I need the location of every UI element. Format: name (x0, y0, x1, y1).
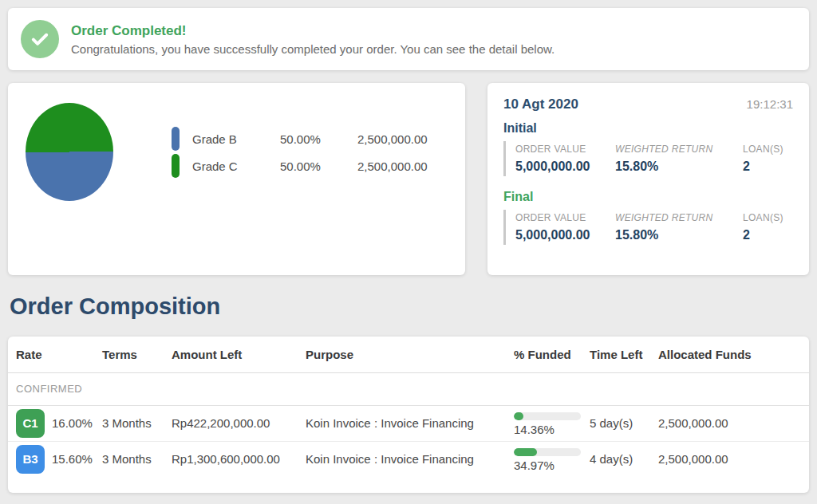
legend-row-grade-c: Grade C 50.00% 2,500,000.00 (172, 152, 428, 179)
col-header-funded: % Funded (514, 337, 590, 372)
confirmed-group-label: CONFIRMED (8, 372, 809, 405)
loans-value: 2 (743, 228, 793, 242)
summary-cards-row: Grade B 50.00% 2,500,000.00 Grade C 50.0… (8, 83, 809, 275)
table-row[interactable]: C1 16.00% 3 Months Rp422,200,000.00 Koin… (8, 405, 809, 441)
legend-amount: 2,500,000.00 (357, 159, 428, 173)
order-composition-table-card: Rate Terms Amount Left Purpose % Funded … (8, 337, 809, 493)
final-weighted-return-col: WEIGHTED RETURN 15.80% (615, 212, 743, 242)
amount-left-cell: Rp1,300,600,000.00 (172, 441, 306, 477)
allocation-legend: Grade B 50.00% 2,500,000.00 Grade C 50.0… (172, 125, 428, 179)
checkmark-icon (29, 28, 51, 50)
initial-order-value-col: ORDER VALUE 5,000,000.00 (515, 144, 615, 174)
funded-progress: 34.97% (514, 446, 590, 472)
order-composition-heading: Order Composition (10, 292, 809, 321)
final-loans-col: LOAN(S) 2 (743, 212, 793, 242)
loans-value: 2 (743, 159, 793, 174)
grade-badge: B3 (16, 445, 45, 474)
rate-value: 16.00% (52, 416, 93, 430)
order-completed-banner: Order Completed! Congratulations, you ha… (8, 8, 809, 70)
initial-section-title: Initial (503, 121, 793, 136)
col-header-allocated-funds: Allocated Funds (658, 337, 809, 372)
grade-badge: C1 (16, 409, 45, 438)
final-section-body: ORDER VALUE 5,000,000.00 WEIGHTED RETURN… (503, 210, 793, 245)
initial-weighted-return-col: WEIGHTED RETURN 15.80% (615, 144, 743, 174)
order-value: 5,000,000.00 (515, 159, 615, 174)
funded-progress: 14.36% (514, 410, 590, 436)
weighted-return-value: 15.80% (615, 159, 743, 174)
time-left-cell: 5 day(s) (590, 405, 658, 441)
progress-track (514, 412, 581, 420)
final-order-value-col: ORDER VALUE 5,000,000.00 (515, 212, 615, 242)
legend-amount: 2,500,000.00 (357, 132, 428, 146)
banner-title: Order Completed! (71, 23, 555, 39)
banner-text: Order Completed! Congratulations, you ha… (71, 23, 555, 56)
allocated-funds-cell: 2,500,000.00 (658, 405, 809, 441)
summary-header: 10 Agt 2020 19:12:31 (503, 96, 793, 112)
weighted-return-value: 15.80% (615, 228, 743, 242)
order-value: 5,000,000.00 (515, 228, 615, 242)
order-date: 10 Agt 2020 (503, 96, 578, 112)
allocated-funds-cell: 2,500,000.00 (658, 441, 809, 477)
progress-fill (514, 412, 523, 420)
weighted-return-label: WEIGHTED RETURN (615, 212, 743, 223)
funded-percent-label: 14.36% (514, 423, 590, 436)
order-value-label: ORDER VALUE (515, 212, 615, 223)
time-left-cell: 4 day(s) (590, 441, 658, 477)
table-header-row: Rate Terms Amount Left Purpose % Funded … (8, 337, 809, 372)
legend-label: Grade C (192, 159, 280, 173)
initial-loans-col: LOAN(S) 2 (743, 144, 793, 174)
allocation-pie-chart (26, 103, 113, 201)
col-header-purpose: Purpose (306, 337, 514, 372)
legend-percent: 50.00% (280, 132, 357, 146)
rate-cell: B3 15.60% (16, 445, 102, 474)
progress-fill (514, 448, 537, 456)
terms-cell: 3 Months (102, 441, 172, 477)
legend-row-grade-b: Grade B 50.00% 2,500,000.00 (172, 125, 428, 152)
rate-cell: C1 16.00% (16, 409, 102, 438)
loans-label: LOAN(S) (743, 212, 793, 223)
col-header-terms: Terms (102, 337, 172, 372)
purpose-cell: Koin Invoice : Invoice Financing (306, 405, 514, 441)
weighted-return-label: WEIGHTED RETURN (615, 144, 743, 155)
purpose-cell: Koin Invoice : Invoice Financing (306, 441, 514, 477)
loans-label: LOAN(S) (743, 144, 793, 155)
col-header-amount-left: Amount Left (172, 337, 306, 372)
final-section-title: Final (503, 190, 793, 204)
order-value-label: ORDER VALUE (515, 144, 615, 155)
progress-track (514, 448, 581, 456)
col-header-rate: Rate (8, 337, 102, 372)
initial-section-body: ORDER VALUE 5,000,000.00 WEIGHTED RETURN… (503, 141, 793, 176)
order-completed-page: Order Completed! Congratulations, you ha… (0, 0, 817, 501)
order-composition-table: Rate Terms Amount Left Purpose % Funded … (8, 337, 809, 477)
order-summary-card: 10 Agt 2020 19:12:31 Initial ORDER VALUE… (487, 83, 809, 275)
col-header-time-left: Time Left (590, 337, 658, 372)
grade-c-marker-icon (172, 154, 180, 178)
success-check-icon (21, 20, 59, 58)
legend-label: Grade B (192, 132, 280, 146)
confirmed-group-row: CONFIRMED (8, 372, 809, 405)
banner-subtitle: Congratulations, you have successfully c… (71, 42, 555, 56)
order-time: 19:12:31 (747, 97, 793, 111)
table-row[interactable]: B3 15.60% 3 Months Rp1,300,600,000.00 Ko… (8, 441, 809, 477)
rate-value: 15.60% (52, 452, 93, 466)
grade-b-marker-icon (172, 127, 180, 151)
allocation-card: Grade B 50.00% 2,500,000.00 Grade C 50.0… (8, 83, 465, 275)
funded-percent-label: 34.97% (514, 459, 590, 472)
legend-percent: 50.00% (280, 159, 357, 173)
amount-left-cell: Rp422,200,000.00 (172, 405, 306, 441)
terms-cell: 3 Months (102, 405, 172, 441)
